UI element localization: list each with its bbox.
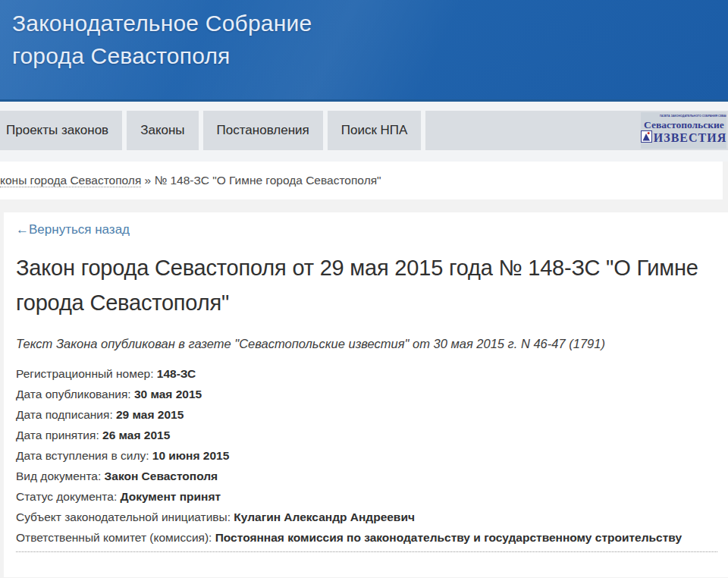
nav-item-proekty-zakonov[interactable]: Проекты законов — [0, 111, 122, 150]
logo-izvestia-text: ИЗВЕСТИЯ — [654, 131, 726, 145]
document-fields: Регистрационный номер: 148-ЗС Дата опубл… — [16, 363, 719, 548]
field-row-signing-date: Дата подписания: 29 мая 2015 — [16, 404, 719, 425]
publication-note: Текст Закона опубликован в газете "Севас… — [16, 337, 719, 351]
field-row-adoption-date: Дата принятия: 26 мая 2015 — [16, 425, 719, 445]
field-row-initiative-subject: Субъект законодательной инициативы: Кула… — [16, 507, 719, 527]
logo-title-line1: Севастопольские — [644, 120, 723, 130]
field-row-registration-number: Регистрационный номер: 148-ЗС — [16, 363, 719, 384]
field-label: Регистрационный номер: — [16, 367, 157, 380]
field-label: Вид документа: — [16, 470, 105, 482]
breadcrumb-separator: » — [141, 174, 154, 187]
site-title: Законодательное Собрание города Севастоп… — [12, 7, 728, 72]
field-value: 26 мая 2015 — [102, 429, 170, 441]
site-header: Законодательное Собрание города Севастоп… — [0, 0, 728, 102]
document-card: ←Вернуться назад Закон города Севастопол… — [4, 212, 728, 577]
field-label: Статус документа: — [16, 490, 121, 503]
back-link[interactable]: ←Вернуться назад — [16, 222, 130, 237]
field-label: Субъект законодательной инициативы: — [16, 510, 234, 523]
breadcrumb-current: № 148-ЗС "О Гимне города Севастополя" — [155, 174, 381, 187]
content-gap-divider — [0, 199, 728, 212]
logo-tagline: ГАЗЕТА ЗАКОНОДАТЕЛЬНОГО СОБРАНИЯ СЕВАСТО… — [660, 115, 708, 117]
breadcrumb-parent-link[interactable]: коны города Севастополя — [0, 174, 141, 187]
field-value: 30 мая 2015 — [134, 388, 202, 401]
field-value: Постоянная комиссия по законодательству … — [215, 531, 682, 544]
breadcrumb: коны города Севастополя » № 148-ЗС "О Ги… — [0, 162, 723, 199]
field-value: 29 мая 2015 — [116, 408, 184, 421]
field-row-document-status: Статус документа: Документ принят — [16, 486, 719, 507]
field-label: Дата опубликования: — [16, 388, 134, 401]
sailboat-emblem-icon — [641, 130, 652, 146]
field-value: Кулагин Александр Андреевич — [234, 510, 415, 523]
main-nav: Проекты законов Законы Постановления Пои… — [0, 102, 728, 162]
nav-item-zakony[interactable]: Законы — [127, 111, 198, 150]
logo-title-line2-row: ИЗВЕСТИЯ — [644, 130, 723, 146]
field-row-responsible-committee: Ответственный комитет (комиссия): Постоя… — [16, 527, 719, 548]
field-label: Ответственный комитет (комиссия): — [16, 531, 215, 544]
site-title-line2: города Севастополя — [12, 39, 728, 72]
nav-item-poisk-npa[interactable]: Поиск НПА — [328, 111, 422, 150]
field-row-document-type: Вид документа: Закон Севастополя — [16, 466, 719, 486]
field-value: 10 июня 2015 — [152, 449, 230, 462]
field-label: Дата подписания: — [16, 408, 116, 421]
page-title: Закон города Севастополя от 29 мая 2015 … — [16, 250, 719, 320]
nav-filler-cell: ГАЗЕТА ЗАКОНОДАТЕЛЬНОГО СОБРАНИЯ СЕВАСТО… — [425, 111, 728, 150]
field-value: Документ принят — [121, 490, 221, 503]
site-title-line1: Законодательное Собрание — [12, 7, 728, 39]
field-label: Дата вступления в силу: — [16, 449, 152, 462]
nav-item-postanovleniya[interactable]: Постановления — [203, 111, 323, 150]
dotted-divider — [16, 551, 717, 552]
field-row-effective-date: Дата вступления в силу: 10 июня 2015 — [16, 445, 719, 466]
sevastopolskie-izvestia-logo[interactable]: ГАЗЕТА ЗАКОНОДАТЕЛЬНОГО СОБРАНИЯ СЕВАСТО… — [641, 112, 726, 149]
field-value: Закон Севастополя — [105, 470, 218, 482]
field-row-publication-date: Дата опубликования: 30 мая 2015 — [16, 384, 719, 404]
field-value: 148-ЗС — [157, 367, 196, 380]
field-label: Дата принятия: — [16, 429, 102, 441]
